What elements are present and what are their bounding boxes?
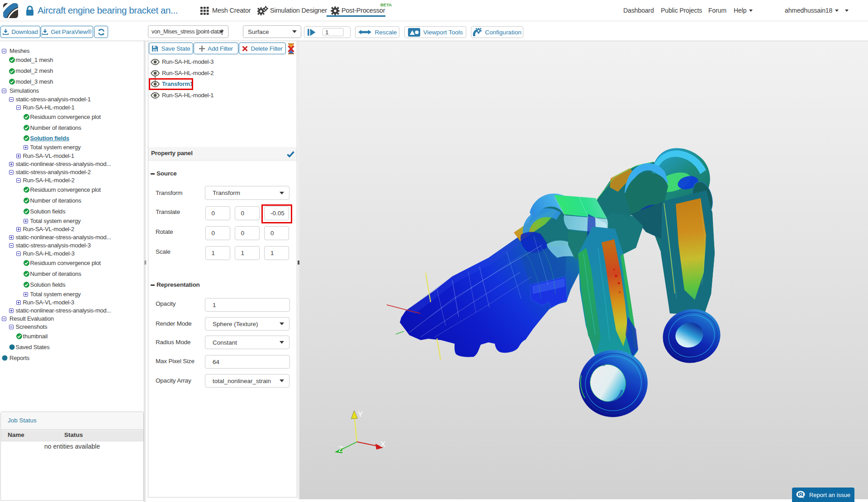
- svg-text:Y: Y: [358, 410, 363, 419]
- svg-text:Z: Z: [338, 445, 343, 454]
- svg-text:X: X: [380, 440, 385, 449]
